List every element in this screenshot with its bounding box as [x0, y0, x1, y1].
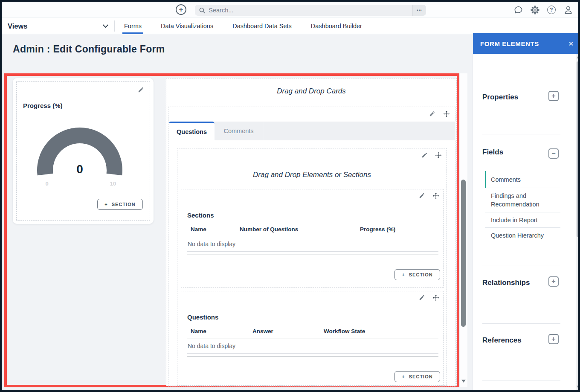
- column-header[interactable]: Answer: [249, 328, 320, 334]
- panel-title: FORM ELEMENTS: [480, 40, 539, 47]
- cards-dropzone[interactable]: Drag and Drop Cards Questions Comments: [166, 78, 457, 386]
- gauge-min-label: 0: [38, 180, 55, 187]
- scroll-down-arrow-icon[interactable]: [577, 386, 579, 388]
- cards-dropzone-label: Drag and Drop Cards: [166, 87, 456, 96]
- elements-dropzone[interactable]: Drag and Drop Elements or Sections: [177, 148, 447, 386]
- column-header[interactable]: Progress (%): [356, 226, 438, 232]
- tab-comments[interactable]: Comments: [215, 122, 263, 140]
- add-section-button[interactable]: + SECTION: [394, 371, 440, 382]
- group-references: References: [482, 336, 522, 345]
- divider: [482, 265, 560, 265]
- search-icon: [199, 7, 205, 14]
- collapse-minus-icon[interactable]: −: [548, 148, 559, 159]
- expand-plus-icon[interactable]: +: [548, 276, 559, 287]
- top-right-icons: ?: [513, 5, 573, 15]
- main-scrollbar-thumb[interactable]: [461, 180, 466, 327]
- edit-pencil-icon[interactable]: [419, 192, 425, 200]
- scroll-up-arrow-icon[interactable]: [577, 56, 579, 58]
- move-handle-icon[interactable]: [435, 152, 442, 160]
- divider: [482, 323, 560, 324]
- top-bar: + •••: [2, 2, 578, 18]
- questions-table-title: Questions: [187, 314, 218, 321]
- search-field[interactable]: [195, 5, 412, 16]
- nav-tabs: Forms Data Visualizations Dashboard Data…: [124, 18, 362, 34]
- field-item-findings-and-recommendation[interactable]: Findings and Recommendation: [485, 188, 560, 212]
- table-end-line: [187, 357, 438, 357]
- divider: [482, 380, 560, 380]
- search-input[interactable]: [209, 7, 408, 14]
- edit-pencil-icon[interactable]: [429, 110, 435, 119]
- sections-table: Name Number of Questions Progress (%) No…: [187, 226, 438, 255]
- app-window: + •••: [0, 0, 580, 392]
- divider: [482, 134, 560, 134]
- user-icon[interactable]: [563, 5, 573, 15]
- sections-table-title: Sections: [187, 212, 214, 219]
- search-bar[interactable]: •••: [195, 5, 426, 16]
- form-tab-bar: Questions Comments: [169, 122, 455, 140]
- move-handle-icon[interactable]: [432, 294, 439, 303]
- add-section-button[interactable]: + SECTION: [97, 199, 143, 210]
- help-icon[interactable]: ?: [546, 5, 557, 15]
- table-end-line: [187, 255, 438, 255]
- empty-row: No data to display: [187, 237, 438, 252]
- tab-dashboard-data-sets[interactable]: Dashboard Data Sets: [232, 18, 292, 34]
- empty-row: No data to display: [187, 339, 438, 354]
- elements-dropzone-label: Drag and Drop Elements or Sections: [177, 171, 447, 179]
- sections-table-header: Name Number of Questions Progress (%): [187, 226, 438, 237]
- questions-table-header: Name Answer Workflow State: [187, 328, 438, 339]
- expand-plus-icon[interactable]: +: [548, 91, 559, 101]
- panel-scrollbar-thumb[interactable]: [577, 61, 580, 237]
- close-icon[interactable]: ×: [568, 39, 574, 48]
- edit-pencil-icon[interactable]: [421, 152, 428, 160]
- scroll-down-arrow-icon[interactable]: [461, 380, 466, 383]
- field-item-comments[interactable]: Comments: [485, 171, 560, 188]
- field-item-include-in-report[interactable]: Include in Report: [485, 212, 560, 228]
- panel-content: Properties + Fields − Comments Findings …: [473, 54, 576, 390]
- tab-data-visualizations[interactable]: Data Visualizations: [161, 18, 213, 34]
- column-header[interactable]: Workflow State: [320, 328, 438, 334]
- nav-divider: [114, 20, 115, 32]
- column-header[interactable]: Number of Questions: [236, 226, 356, 232]
- edit-pencil-icon[interactable]: [419, 294, 425, 302]
- views-dropdown[interactable]: Views: [8, 18, 27, 34]
- search-more-button[interactable]: •••: [412, 5, 426, 16]
- move-handle-icon[interactable]: [443, 110, 450, 119]
- expand-plus-icon[interactable]: +: [548, 334, 559, 344]
- column-header[interactable]: Name: [187, 226, 236, 232]
- form-elements-panel: FORM ELEMENTS × Properties + Fields − Co…: [473, 33, 580, 390]
- divider: [482, 80, 560, 80]
- tab-card-container[interactable]: Questions Comments Drag and Drop Element…: [168, 107, 455, 386]
- views-label: Views: [8, 22, 27, 30]
- move-handle-icon[interactable]: [432, 192, 439, 201]
- nav-row: Views Forms Data Visualizations Dashboar…: [2, 18, 578, 34]
- questions-table: Name Answer Workflow State No data to di…: [187, 328, 438, 357]
- field-item-question-hierarchy[interactable]: Question Hierarchy: [485, 228, 560, 243]
- chevron-down-icon[interactable]: [102, 24, 109, 28]
- questions-element[interactable]: Questions Name Answer Workflow State No …: [181, 291, 444, 385]
- sections-element[interactable]: Sections Name Number of Questions Progre…: [181, 189, 444, 288]
- group-fields: Fields: [482, 148, 503, 157]
- page-title: Admin : Edit Configurable Form: [13, 44, 165, 55]
- tab-forms[interactable]: Forms: [124, 18, 142, 34]
- group-relationships: Relationships: [482, 279, 530, 287]
- group-properties: Properties: [482, 93, 518, 102]
- progress-gauge-card[interactable]: Progress (%) 0 0 10 + SECTION: [13, 78, 154, 224]
- tab-dashboard-builder[interactable]: Dashboard Builder: [311, 18, 362, 34]
- edit-pencil-icon[interactable]: [138, 87, 144, 95]
- chat-icon[interactable]: [513, 5, 523, 15]
- panel-header: FORM ELEMENTS ×: [473, 33, 580, 54]
- gauge-value: 0: [33, 163, 127, 176]
- gauge-max-label: 10: [104, 180, 122, 187]
- main-scrollbar[interactable]: [460, 73, 467, 387]
- gauge-title: Progress (%): [23, 102, 63, 109]
- tab-questions[interactable]: Questions: [169, 122, 215, 140]
- gear-icon[interactable]: [530, 5, 540, 15]
- panel-scrollbar[interactable]: [576, 54, 580, 390]
- column-header[interactable]: Name: [187, 328, 249, 334]
- add-icon[interactable]: +: [176, 4, 186, 15]
- add-section-button[interactable]: + SECTION: [394, 269, 440, 280]
